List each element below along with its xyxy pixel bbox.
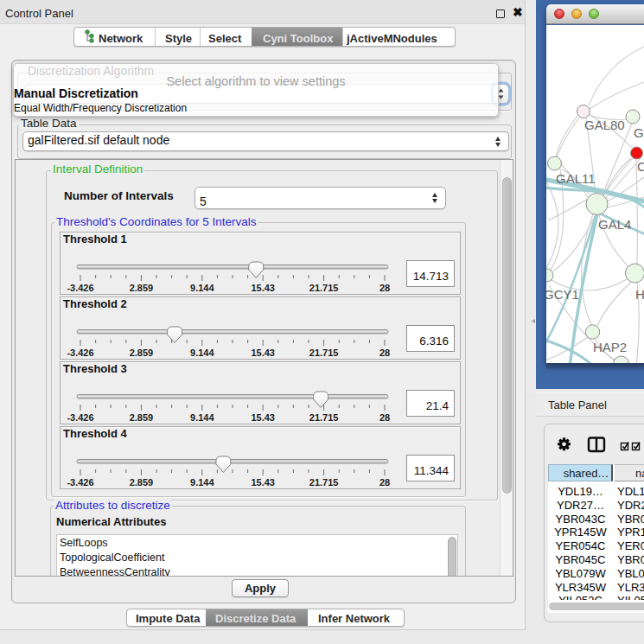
svg-text:21.715: 21.715 <box>309 347 339 357</box>
svg-text:2.859: 2.859 <box>130 411 154 422</box>
svg-text:2.859: 2.859 <box>130 476 154 487</box>
svg-text:GAL4: GAL4 <box>598 217 631 232</box>
svg-text:GAL: GAL <box>634 125 644 140</box>
svg-text:9.144: 9.144 <box>190 347 214 357</box>
svg-text:15.43: 15.43 <box>251 476 275 487</box>
svg-text:21.715: 21.715 <box>309 476 339 487</box>
svg-text:28: 28 <box>379 347 390 357</box>
svg-text:GCY1: GCY1 <box>546 287 579 302</box>
svg-text:HAP2: HAP2 <box>593 340 627 354</box>
svg-text:28: 28 <box>379 476 390 487</box>
svg-text:-3.426: -3.426 <box>67 476 93 487</box>
svg-text:GAL11: GAL11 <box>556 171 596 186</box>
svg-text:28: 28 <box>379 283 390 293</box>
svg-text:GAL80: GAL80 <box>584 118 625 132</box>
svg-text:15.43: 15.43 <box>251 347 275 357</box>
svg-text:-3.426: -3.426 <box>67 283 93 293</box>
svg-text:-3.426: -3.426 <box>67 347 93 357</box>
svg-text:9.144: 9.144 <box>190 283 214 293</box>
svg-text:-3.426: -3.426 <box>67 411 93 422</box>
svg-text:CD: CD <box>637 159 644 174</box>
svg-text:HI: HI <box>635 287 644 302</box>
svg-text:28: 28 <box>379 411 390 422</box>
svg-text:9.144: 9.144 <box>190 476 214 487</box>
svg-text:15.43: 15.43 <box>251 411 275 422</box>
svg-text:21.715: 21.715 <box>309 283 339 293</box>
svg-text:2.859: 2.859 <box>130 283 154 293</box>
svg-text:2.859: 2.859 <box>130 347 154 357</box>
svg-text:9.144: 9.144 <box>190 411 214 422</box>
svg-text:15.43: 15.43 <box>251 283 275 293</box>
svg-text:21.715: 21.715 <box>309 411 339 422</box>
